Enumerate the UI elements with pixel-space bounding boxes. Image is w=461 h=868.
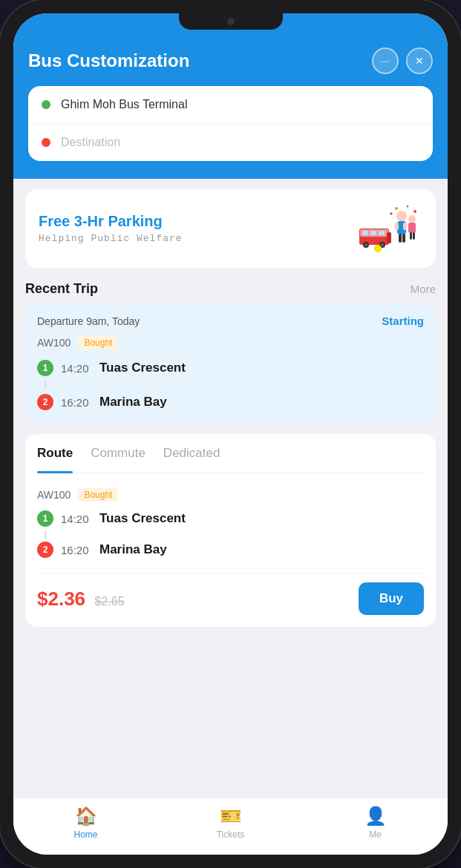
promo-subtext: Helping Public Welfare: [39, 233, 183, 244]
trip-stop2-name: Marina Bay: [99, 395, 167, 410]
promo-text: Free 3-Hr Parking Helping Public Welfare: [39, 213, 183, 244]
trip-tag-row: AW100 Bought: [37, 336, 424, 349]
trip-stop-2: 2 16:20 Marina Bay: [37, 391, 424, 413]
tab-route[interactable]: Route: [37, 446, 73, 464]
route-card-content: AW100 Bought 1 14:20 Tuas Crescent 2 16:…: [37, 485, 424, 615]
departure-text: Departure 9am, Today: [37, 315, 140, 327]
svg-rect-15: [402, 234, 405, 243]
trip-stop-1: 1 14:20 Tuas Crescent: [37, 357, 424, 379]
svg-point-8: [381, 243, 384, 246]
svg-rect-9: [387, 232, 391, 243]
tickets-label: Tickets: [217, 829, 245, 840]
header: Bus Customization ··· ✕ Ghim Moh Bus Ter…: [13, 37, 448, 179]
svg-rect-13: [403, 223, 407, 230]
svg-rect-12: [395, 223, 399, 230]
promo-illustration: [356, 203, 422, 254]
route-stop-1-num: 1: [37, 510, 53, 527]
trip-bought-badge: Bought: [78, 336, 118, 349]
recent-trip-more-button[interactable]: More: [411, 283, 436, 295]
route-id: AW100: [37, 489, 71, 501]
bottom-nav: 🏠 Home 🎫 Tickets 👤 Me: [13, 798, 448, 855]
home-label: Home: [73, 829, 97, 840]
destination-placeholder: Destination: [61, 136, 120, 149]
content-scroll[interactable]: Free 3-Hr Parking Helping Public Welfare: [13, 179, 448, 798]
promo-heading-highlight: 3-Hr: [74, 213, 104, 229]
price-buy-row: $2.36 $2.65 Buy: [37, 573, 424, 615]
svg-rect-18: [410, 232, 412, 240]
camera-dot: [227, 18, 235, 25]
destination-row[interactable]: Destination: [28, 123, 433, 161]
svg-rect-2: [362, 231, 368, 235]
trip-stop2-time: 16:20: [61, 396, 92, 409]
svg-rect-14: [399, 234, 402, 243]
svg-rect-17: [408, 223, 416, 233]
close-button[interactable]: ✕: [406, 47, 433, 74]
route-bought-badge: Bought: [78, 488, 118, 502]
trip-stop1-time: 14:20: [61, 362, 92, 375]
svg-point-6: [364, 243, 367, 246]
trip-card-header: Departure 9am, Today Starting: [37, 315, 424, 327]
nav-tickets[interactable]: 🎫 Tickets: [158, 806, 303, 840]
svg-point-10: [396, 211, 407, 221]
price-original: $2.65: [95, 595, 125, 608]
more-icon: ···: [381, 55, 390, 67]
route-tag-row: AW100 Bought: [37, 488, 424, 502]
route-stop1-name: Tuas Crescent: [99, 511, 186, 526]
recent-trip-title: Recent Trip: [25, 281, 98, 297]
origin-row[interactable]: Ghim Moh Bus Terminal: [28, 86, 433, 123]
origin-dot: [42, 100, 50, 109]
nav-home[interactable]: 🏠 Home: [13, 806, 158, 840]
svg-point-16: [408, 215, 416, 223]
svg-point-22: [413, 210, 416, 213]
route-connector-2: [45, 530, 46, 539]
svg-rect-4: [379, 231, 385, 235]
tab-dedicated[interactable]: Dedicated: [163, 446, 220, 464]
svg-rect-19: [413, 232, 415, 240]
promo-heading: Free 3-Hr Parking: [39, 213, 183, 230]
tabs-row: Route Commute Dedicated: [37, 446, 424, 473]
svg-point-21: [407, 206, 409, 208]
svg-rect-3: [370, 231, 376, 235]
more-button[interactable]: ···: [372, 47, 399, 74]
tickets-icon: 🎫: [220, 806, 242, 826]
promo-card: Free 3-Hr Parking Helping Public Welfare: [25, 189, 436, 268]
page-title: Bus Customization: [28, 50, 189, 71]
buy-button[interactable]: Buy: [359, 582, 424, 615]
promo-heading-suffix: Parking: [104, 213, 163, 229]
home-icon: 🏠: [75, 806, 97, 826]
close-icon: ✕: [415, 55, 424, 67]
price-current: $2.36: [37, 588, 85, 610]
stop-1-number: 1: [37, 360, 53, 376]
me-label: Me: [369, 829, 382, 840]
route-stop-2-num: 2: [37, 542, 53, 558]
route-stop-1: 1 14:20 Tuas Crescent: [37, 507, 424, 530]
location-card: Ghim Moh Bus Terminal Destination: [28, 86, 433, 161]
trip-card: Departure 9am, Today Starting AW100 Boug…: [25, 304, 436, 424]
tabs-section: Route Commute Dedicated AW100 Bought 1 1…: [25, 434, 436, 627]
svg-point-25: [376, 246, 380, 251]
destination-dot: [42, 138, 50, 147]
svg-point-23: [390, 213, 393, 215]
starting-button[interactable]: Starting: [382, 315, 424, 327]
trip-stop1-name: Tuas Crescent: [99, 361, 186, 375]
route-connector: [45, 381, 46, 389]
me-icon: 👤: [364, 806, 387, 826]
header-actions: ··· ✕: [372, 47, 433, 74]
trip-route-id: AW100: [37, 337, 71, 349]
status-bar: [13, 13, 448, 37]
svg-point-20: [395, 207, 398, 210]
price-section: $2.36 $2.65: [37, 588, 125, 611]
notch: [179, 13, 283, 30]
trip-route-info: AW100 Bought 1 14:20 Tuas Crescent 2 16:…: [37, 336, 424, 413]
origin-text: Ghim Moh Bus Terminal: [61, 98, 187, 111]
tab-commute[interactable]: Commute: [91, 446, 146, 464]
recent-trip-section-header: Recent Trip More: [25, 281, 436, 297]
route-stop-2: 2 16:20 Marina Bay: [37, 539, 424, 561]
stop-2-number: 2: [37, 394, 53, 410]
route-stop2-time: 16:20: [61, 544, 92, 556]
nav-me[interactable]: 👤 Me: [303, 806, 448, 840]
route-stop2-name: Marina Bay: [99, 542, 167, 557]
promo-heading-prefix: Free: [39, 213, 74, 229]
route-stop1-time: 14:20: [61, 513, 92, 525]
header-top: Bus Customization ··· ✕: [28, 47, 433, 74]
